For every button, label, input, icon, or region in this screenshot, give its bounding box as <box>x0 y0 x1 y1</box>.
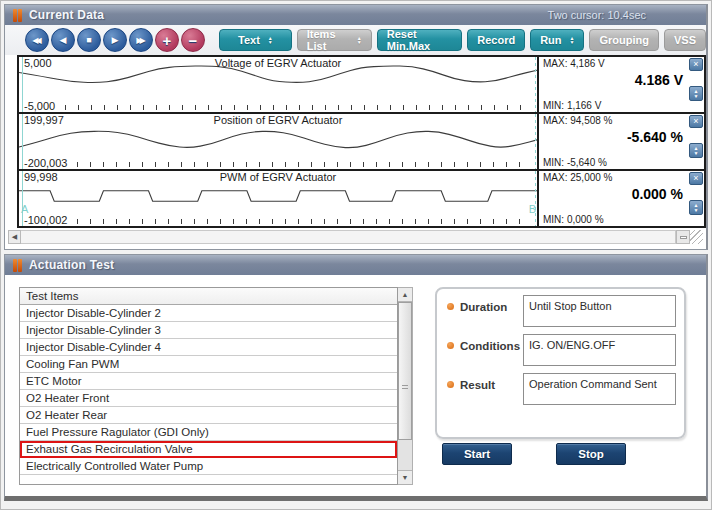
scroll-left-icon[interactable]: ◀ <box>8 230 21 244</box>
scroll-down-icon[interactable]: ▼ <box>398 470 412 484</box>
field-label: Duration <box>460 301 523 313</box>
current-value: -5.640 % <box>543 129 683 145</box>
axis-min-label: -200,003 <box>24 157 67 169</box>
fast-forward-icon: ▶▶ <box>136 36 142 45</box>
field-value: Until Stop Button <box>523 295 676 327</box>
orange-bullet-icon <box>447 342 454 349</box>
time-axis-ticks <box>77 219 527 224</box>
toolbar-button-group: Text▲▼Items List▲▼Reset Min.MaxRecordRun… <box>207 29 706 51</box>
page-icon <box>680 236 687 239</box>
dropdown-arrows-icon: ▲▼ <box>268 36 273 44</box>
fast-rewind-button[interactable]: ◀◀ <box>25 28 49 52</box>
actuation-test-content: Test ItemsInjector Disable-Cylinder 2Inj… <box>5 275 706 496</box>
start-button[interactable]: Start <box>442 443 512 465</box>
grouping-button[interactable]: Grouping <box>589 29 659 51</box>
test-items-listbox: Test ItemsInjector Disable-Cylinder 2Inj… <box>19 287 413 485</box>
button-label: Grouping <box>599 34 649 46</box>
min-value-label: MIN: 1,166 V <box>543 100 601 111</box>
vertical-scrollbar[interactable]: ▲ ▼ <box>398 287 413 485</box>
close-channel-icon[interactable]: × <box>689 115 703 128</box>
actuation-test-window: Actuation Test Test ItemsInjector Disabl… <box>4 254 708 501</box>
axis-min-label: -100,002 <box>24 214 67 226</box>
plot-pwm-of-egrv-actuator[interactable]: 99,998PWM of EGRV ActuatorAB-100,002 <box>19 171 539 226</box>
window-title: Current Data <box>29 8 104 22</box>
close-channel-icon[interactable]: × <box>689 58 703 71</box>
current-value: 0.000 % <box>543 186 683 202</box>
actuation-test-titlebar: Actuation Test <box>5 255 706 275</box>
resize-grip[interactable] <box>690 230 703 244</box>
field-value: Operation Command Sent <box>523 373 676 405</box>
toolbar: ◀◀◀■▶▶▶+− Text▲▼Items List▲▼Reset Min.Ma… <box>5 25 706 55</box>
plot-voltage-of-egrv-actuator[interactable]: 5,000Voltage of EGRV Actuator-5,000 <box>19 57 539 112</box>
zoom-out-button[interactable]: − <box>181 28 205 52</box>
zoom-in-icon: + <box>163 32 172 49</box>
close-channel-icon[interactable]: × <box>689 172 703 185</box>
max-value-label: MAX: 25,000 % <box>543 172 683 183</box>
list-item-o2-heater-front[interactable]: O2 Heater Front <box>20 390 397 407</box>
scale-updown-icon[interactable]: ▲▼ <box>689 200 703 215</box>
gds-screen: Current Data Two cursor: 10.4sec ◀◀◀■▶▶▶… <box>0 0 712 510</box>
scale-updown-icon[interactable]: ▲▼ <box>689 143 703 158</box>
channel-title: Voltage of EGRV Actuator <box>19 57 537 69</box>
time-axis-ticks <box>77 162 527 167</box>
min-value-label: MIN: 0,000 % <box>543 214 604 225</box>
stop-playback-button[interactable]: ■ <box>77 28 101 52</box>
fast-forward-button[interactable]: ▶▶ <box>129 28 153 52</box>
step-back-button[interactable]: ◀ <box>51 28 75 52</box>
zoom-in-button[interactable]: + <box>155 28 179 52</box>
stop-playback-icon: ■ <box>86 35 91 45</box>
minmax-panel: MAX: 25,000 %0.000 %MIN: 0,000 % <box>539 171 687 226</box>
list-item-exhaust-gas-recirculation-valve[interactable]: Exhaust Gas Recirculation Valve <box>20 441 397 458</box>
test-items-list: Test ItemsInjector Disable-Cylinder 2Inj… <box>19 287 398 485</box>
text-button[interactable]: Text▲▼ <box>219 29 292 51</box>
thumb-grip-icon <box>402 385 408 391</box>
list-item-cooling-fan-pwm[interactable]: Cooling Fan PWM <box>20 356 397 373</box>
list-item-injector-disable-cylinder-3[interactable]: Injector Disable-Cylinder 3 <box>20 322 397 339</box>
list-item-etc-motor[interactable]: ETC Motor <box>20 373 397 390</box>
field-conditions: ConditionsIG. ON/ENG.OFF <box>445 334 676 366</box>
scroll-up-icon[interactable]: ▲ <box>398 288 412 302</box>
current-data-window: Current Data Two cursor: 10.4sec ◀◀◀■▶▶▶… <box>4 4 708 250</box>
scale-updown-icon[interactable]: ▲▼ <box>689 86 703 101</box>
list-item-fuel-pressure-ragulator-gdi-only[interactable]: Fuel Pressure Ragulator (GDI Only) <box>20 424 397 441</box>
window-title: Actuation Test <box>29 258 114 272</box>
chart-area: 5,000Voltage of EGRV Actuator-5,000MAX: … <box>17 55 706 228</box>
run-button[interactable]: Run▲▼ <box>530 29 584 51</box>
button-label: Run <box>540 34 561 46</box>
time-axis-ticks <box>65 105 527 110</box>
field-label: Result <box>460 379 523 391</box>
vss-button[interactable]: VSS <box>664 29 706 51</box>
reset-min-max-button[interactable]: Reset Min.Max <box>377 29 462 51</box>
max-value-label: MAX: 4,186 V <box>543 58 683 69</box>
horizontal-scrollbar[interactable]: ◀ <box>8 230 703 244</box>
window-icon <box>13 259 22 272</box>
list-item-electrically-controlled-water-pump[interactable]: Electrically Controlled Water Pump <box>20 458 397 475</box>
field-result: ResultOperation Command Sent <box>445 373 676 405</box>
list-item-o2-heater-rear[interactable]: O2 Heater Rear <box>20 407 397 424</box>
plot-position-of-egrv-actuator[interactable]: 199,997Position of EGRV Actuator-200,003 <box>19 114 539 169</box>
list-item-injector-disable-cylinder-2[interactable]: Injector Disable-Cylinder 2 <box>20 305 397 322</box>
max-value-label: MAX: 94,508 % <box>543 115 683 126</box>
scrollbar-track[interactable] <box>21 230 676 244</box>
channel-controls: ×▲▼ <box>687 57 704 112</box>
step-back-icon: ◀ <box>60 35 67 45</box>
channel-pwm-of-egrv-actuator: 99,998PWM of EGRV ActuatorAB-100,002MAX:… <box>19 171 704 228</box>
scrollbar-page-button[interactable] <box>676 230 690 244</box>
play-button[interactable]: ▶ <box>103 28 127 52</box>
stop-button[interactable]: Stop <box>556 443 626 465</box>
channel-voltage-of-egrv-actuator: 5,000Voltage of EGRV Actuator-5,000MAX: … <box>19 57 704 114</box>
record-button[interactable]: Record <box>467 29 525 51</box>
channel-title: Position of EGRV Actuator <box>19 114 537 126</box>
button-label: Reset Min.Max <box>387 28 452 52</box>
media-button-group: ◀◀◀■▶▶▶+− <box>25 28 207 52</box>
dropdown-arrows-icon: ▲▼ <box>570 36 575 44</box>
channel-position-of-egrv-actuator: 199,997Position of EGRV Actuator-200,003… <box>19 114 704 171</box>
scrollbar-thumb[interactable] <box>398 302 412 440</box>
field-label: Conditions <box>460 340 523 352</box>
list-item-injector-disable-cylinder-4[interactable]: Injector Disable-Cylinder 4 <box>20 339 397 356</box>
button-label: Text <box>238 34 260 46</box>
zoom-out-icon: − <box>189 32 198 49</box>
button-label: VSS <box>674 34 696 46</box>
two-cursor-status: Two cursor: 10.4sec <box>548 9 646 21</box>
items-list-button[interactable]: Items List▲▼ <box>297 29 372 51</box>
